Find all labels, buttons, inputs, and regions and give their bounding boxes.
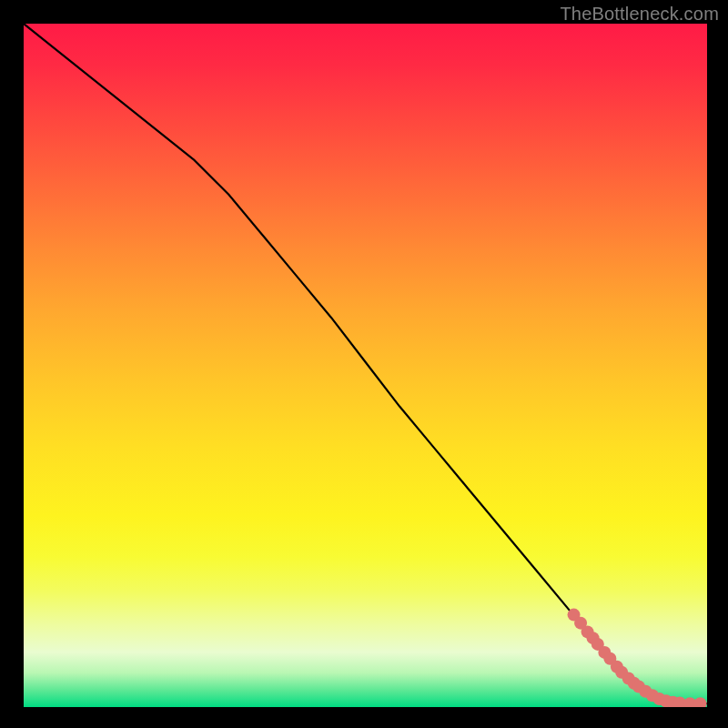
data-point (693, 697, 706, 707)
bottleneck-curve (24, 24, 707, 703)
watermark-label: TheBottleneck.com (560, 4, 719, 25)
highlight-points (568, 609, 707, 707)
plot-area (24, 24, 707, 707)
chart-stage: TheBottleneck.com (0, 0, 728, 728)
chart-overlay (24, 24, 707, 707)
